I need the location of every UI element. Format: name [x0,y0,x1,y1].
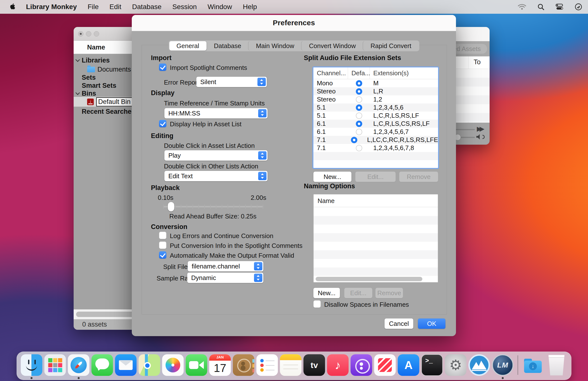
dock-messages-icon[interactable] [92,354,113,376]
import-spotlight-checkbox[interactable] [159,63,166,71]
display-help-checkbox[interactable] [159,120,166,127]
control-center-icon[interactable] [556,4,564,10]
column-channel[interactable]: Channel... [313,67,348,79]
dock-trash-icon[interactable] [546,354,567,376]
dock-maps-icon[interactable] [139,354,160,376]
error-reporting-select[interactable]: Silent [196,77,267,87]
cancel-button[interactable]: Cancel [385,319,413,329]
dock-calendar-icon[interactable]: JAN17 [209,354,231,376]
import-spotlight-label: Import Spotlight Comments [170,64,247,72]
default-radio[interactable] [356,88,362,95]
dock-photos-icon[interactable] [162,354,184,376]
menu-edit[interactable]: Edit [109,3,121,11]
wifi-icon[interactable] [518,4,526,10]
naming-column-header[interactable]: Name [314,194,438,207]
spotlight-search-icon[interactable] [537,3,544,10]
column-default[interactable]: Defa... [348,67,370,79]
scrollbar-thumb[interactable] [315,277,422,281]
tab-rapid-convert[interactable]: Rapid Convert [363,41,419,51]
dock-podcasts-icon[interactable] [351,354,372,376]
dock-launchpad-icon[interactable] [44,354,66,376]
slider-thumb[interactable] [168,202,174,211]
speaker-icon[interactable] [476,134,482,140]
dock-safari-icon[interactable] [68,354,90,376]
dock-reminders-icon[interactable] [256,354,278,376]
conversion-checkbox[interactable] [159,251,166,259]
dock-sysprefs-icon[interactable]: ⚙ [445,354,466,376]
cell-default [348,80,370,87]
conversion-checkbox[interactable] [159,242,166,249]
naming-new-button[interactable]: New... [313,288,340,298]
dock-finder-icon[interactable] [21,354,42,376]
close-button[interactable] [78,31,84,37]
dock-contacts-icon[interactable] [233,354,254,376]
minimize-button[interactable] [86,31,91,37]
rename-text-field[interactable]: Default Bin [96,97,135,106]
default-radio[interactable] [351,137,357,143]
time-reference-select[interactable]: HH:MM:SS [165,108,268,118]
dock-music-icon[interactable]: ♪ [327,354,349,376]
default-radio[interactable] [356,121,362,127]
dock-terminal-icon[interactable]: >_ [421,354,443,376]
menu-window[interactable]: Window [208,3,232,11]
extension-set-row[interactable]: 7.1L,LC,C,RC,R,LS,RS,LFE [313,136,438,144]
extension-new-button[interactable]: New... [313,171,351,182]
naming-options-list[interactable]: Name [313,194,438,283]
asset-list-action-select[interactable]: Play [165,150,268,161]
default-radio[interactable] [356,104,362,111]
extension-set-row[interactable]: 6.1L,C,R,LS,CS,RS,LF [313,120,438,128]
ok-button[interactable]: OK [418,319,445,329]
other-lists-action-select[interactable]: Edit Text [165,171,268,181]
dock-news-icon[interactable] [374,354,396,376]
dock-librarymonkey-icon[interactable]: LM [492,354,514,376]
cell-extensions: 1,2 [370,95,438,103]
apple-menu-icon[interactable] [9,3,15,10]
menu-help[interactable]: Help [243,3,257,11]
default-radio[interactable] [356,80,362,87]
default-radio[interactable] [356,129,362,135]
default-radio[interactable] [356,145,362,151]
extension-set-row[interactable]: Stereo1,2 [313,95,438,103]
menu-file[interactable]: File [88,3,99,11]
default-radio[interactable] [356,96,362,103]
extension-set-row[interactable]: 5.1L,C,R,LS,RS,LF [313,112,438,120]
zoom-button[interactable] [94,31,99,37]
tab-main-window[interactable]: Main Window [249,41,302,51]
sample-rate-select[interactable]: Dynamic [187,273,263,283]
dock-appletv-icon[interactable]: tv [304,354,325,376]
dock-downloads-icon[interactable]: ↓ [522,354,544,376]
extension-set-row[interactable]: 7.11,2,3,4,5,6,7,8 [313,144,438,152]
extension-set-row[interactable]: 6.11,2,3,4,5,6,7 [313,128,438,136]
cell-extensions: L,C,R,LS,CS,RS,LF [370,120,438,128]
dock-mail-icon[interactable] [115,354,137,376]
naming-horizontal-scrollbar[interactable] [314,275,438,282]
fast-forward-icon[interactable]: ▶▶ [477,125,482,133]
slider-track[interactable] [163,206,263,208]
disallow-spaces-checkbox[interactable] [313,300,321,308]
dock-notes-icon[interactable] [280,354,302,376]
column-extensions[interactable]: Extension(s) [370,67,438,79]
extension-set-row[interactable]: MonoM [313,79,438,87]
tab-convert-window[interactable]: Convert Window [302,41,363,51]
split-files-select[interactable]: filename.channel [188,261,263,271]
default-radio[interactable] [356,113,362,119]
tab-database[interactable]: Database [207,41,249,51]
dock-facetime-icon[interactable] [186,354,207,376]
tab-general[interactable]: General [169,41,207,51]
menu-database[interactable]: Database [132,3,162,11]
sidebar-item-label: Recent Searches [82,108,135,115]
cell-channel: 5.1 [313,112,348,119]
extension-set-row[interactable]: StereoL,R [313,87,438,95]
dock-peak-icon[interactable] [468,354,490,376]
calendar-day: 17 [209,361,231,376]
dock-appstore-icon[interactable]: A [398,354,420,376]
conversion-checkbox[interactable] [159,232,166,239]
to-column-header[interactable]: To [474,58,481,66]
clock-status-icon[interactable] [575,3,582,11]
extension-set-row[interactable]: 5.11,2,3,4,5,6 [313,103,438,112]
menu-session[interactable]: Session [172,3,197,11]
extension-remove-button: Remove [399,171,438,182]
read-ahead-slider[interactable] [163,202,263,211]
extension-sets-table[interactable]: Channel... Defa... Extension(s) MonoMSte… [313,67,438,168]
menu-app-name[interactable]: Library Monkey [26,3,77,11]
